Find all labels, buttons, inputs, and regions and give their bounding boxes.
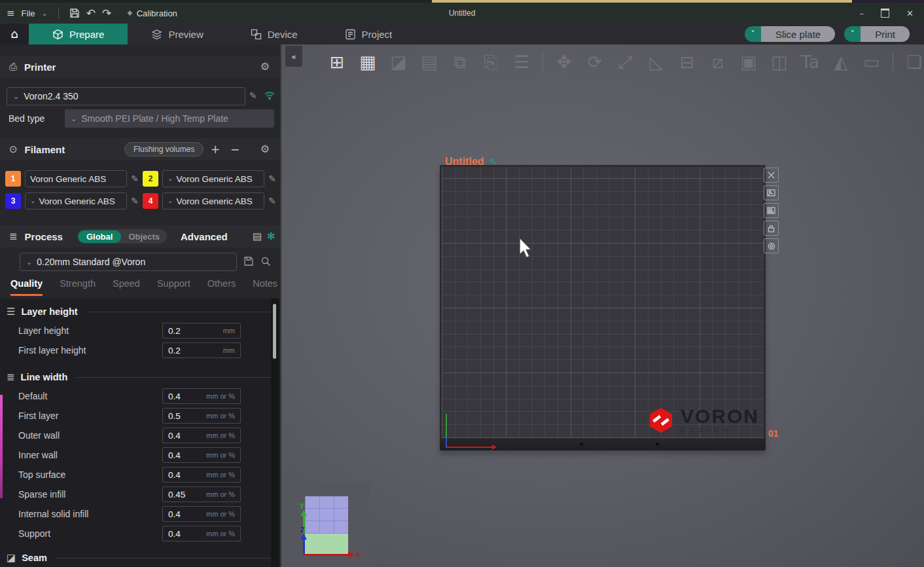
text-icon[interactable]: Ta [798,50,823,73]
arrange-icon[interactable]: ▤ [417,50,442,73]
line-width-icon: ≣ [7,373,15,382]
file-menu[interactable]: File [22,9,35,18]
file-menu-chevron-icon[interactable]: ⌄ [42,10,48,17]
flushing-volumes-button[interactable]: Flushing volumes [124,142,204,156]
process-tab-quality[interactable]: Quality [10,278,43,296]
collapse-sidebar-button[interactable]: « [285,46,302,67]
param-list-icon[interactable]: ▤ [253,232,262,242]
tab-project[interactable]: Project [321,24,416,45]
undo-icon[interactable]: ↶ [86,8,96,19]
maximize-button[interactable] [881,9,889,18]
boolean-icon[interactable]: ◫ [767,50,792,73]
viewport-3d[interactable]: « ⊞▦◪▤⧉⎘☰✥⟳⤢◺⊟⧄▣◫Ta◭▭❏ Untitled ✎ [281,45,924,567]
paste-icon[interactable]: ⎘ [478,50,503,73]
slice-options-chevron-icon[interactable]: ˅ [745,26,761,42]
printer-settings-gear-icon[interactable]: ⚙ [260,62,270,72]
tab-preview[interactable]: Preview [128,24,226,45]
scope-global-button[interactable]: Global [78,230,121,243]
remove-filament-icon[interactable]: − [230,144,240,155]
filament-select[interactable]: ⌄Voron Generic ABS [25,192,127,210]
param-input[interactable]: 0.4mm or % [162,526,241,541]
calibration-icon[interactable]: ⌖ [127,9,132,18]
add-object-icon[interactable]: ⊞ [325,50,349,73]
process-tab-speed[interactable]: Speed [113,278,140,296]
add-plate-icon[interactable]: ▦ [355,50,380,73]
home-button[interactable]: ⌂ [0,24,29,45]
filament-color-swatch[interactable]: 4 [143,193,158,209]
group-title: Line width [21,372,68,382]
filament-slot-1: 1Voron Generic ABS✎ [5,170,139,187]
scope-objects-button[interactable]: Objects [121,230,167,243]
lock-plate-icon[interactable] [764,221,779,236]
param-input[interactable]: 0.4mm or % [162,506,241,522]
save-preset-icon[interactable] [243,256,254,269]
param-input[interactable]: 0.2mm [162,323,241,338]
filament-color-swatch[interactable]: 1 [5,171,21,187]
layer-height-icon: ☰ [7,307,15,317]
save-icon[interactable] [69,8,80,18]
filament-select[interactable]: Voron Generic ABS [25,170,127,187]
param-input[interactable]: 0.4mm or % [162,447,241,463]
params-scrollbar-thumb[interactable] [273,304,276,359]
plate-settings-icon[interactable] [764,238,779,253]
scale-icon[interactable]: ⤢ [613,50,638,73]
process-tab-strength[interactable]: Strength [60,278,96,296]
filament-select[interactable]: ⌄Voron Generic ABS [162,170,264,187]
add-filament-icon[interactable]: + [211,144,220,155]
move-icon[interactable]: ✥ [552,50,577,73]
param-input[interactable]: 0.4mm or % [162,388,241,404]
tab-device[interactable]: Device [227,24,321,45]
print-button[interactable]: Print [861,26,910,42]
params-panel: ☰ Layer height Layer height0.2mmFirst la… [0,299,280,567]
filament-color-swatch[interactable]: 3 [5,193,21,209]
hamburger-icon[interactable]: ≡ [7,9,15,18]
edit-printer-icon[interactable]: ✎ [249,91,257,100]
assembly-icon[interactable]: ❏ [902,50,924,73]
process-tab-notes[interactable]: Notes [253,278,277,296]
split-parts-icon[interactable]: ⧄ [705,50,730,73]
lay-flat-icon[interactable]: ◺ [644,50,669,73]
color-icon[interactable]: ▣ [736,50,761,73]
divider [58,7,59,19]
layers-icon[interactable]: ☰ [509,50,534,73]
process-tab-support[interactable]: Support [157,278,190,296]
copy-icon[interactable]: ⧉ [448,50,472,73]
search-preset-icon[interactable] [260,256,271,269]
edit-filament-icon[interactable]: ✎ [268,174,276,183]
param-input[interactable]: 0.4mm or % [162,428,241,443]
close-button[interactable]: ✕ [906,9,914,18]
paint-icon[interactable]: ◭ [828,50,853,73]
process-tab-others[interactable]: Others [207,278,236,296]
tab-prepare[interactable]: Prepare [29,24,128,45]
compare-params-icon[interactable]: ✻ [267,232,275,242]
build-plate[interactable]: VORON DESIGN [440,165,766,450]
filament-color-swatch[interactable]: 2 [143,171,158,187]
param-input[interactable]: 0.45mm or % [162,486,241,502]
auto-orient-icon[interactable]: ◪ [386,50,411,73]
printer-select[interactable]: ⌄ Voron2.4 350 [7,87,245,105]
filament-settings-gear-icon[interactable]: ⚙ [260,144,270,155]
edit-filament-icon[interactable]: ✎ [131,196,139,206]
delete-plate-icon[interactable] [764,168,779,183]
minimize-button[interactable]: – [860,9,864,18]
edit-filament-icon[interactable]: ✎ [131,174,139,183]
wifi-icon[interactable] [264,90,275,103]
orient-plate-icon[interactable] [764,185,779,200]
param-input[interactable]: 0.4mm or % [162,467,241,483]
edit-filament-icon[interactable]: ✎ [268,196,276,206]
rotate-icon[interactable]: ⟳ [582,50,607,73]
filament-select[interactable]: ⌄Voron Generic ABS [162,192,264,210]
bed-type-select[interactable]: ⌄ Smooth PEI Plate / High Temp Plate [65,109,274,128]
divider [86,312,272,312]
arrange-plate-icon[interactable] [764,203,779,218]
params-scrollbar[interactable] [271,299,279,567]
param-input[interactable]: 0.2mm [162,342,241,358]
split-objects-icon[interactable]: ⊟ [675,50,700,73]
redo-icon[interactable]: ↷ [102,8,111,19]
slice-plate-button[interactable]: Slice plate [761,26,835,42]
param-input[interactable]: 0.5mm or % [162,408,241,424]
calibration-label[interactable]: Calibration [137,9,177,18]
process-preset-select[interactable]: ⌄ 0.20mm Standard @Voron [20,253,237,271]
print-options-chevron-icon[interactable]: ˅ [844,26,861,42]
measure-icon[interactable]: ▭ [859,50,884,73]
